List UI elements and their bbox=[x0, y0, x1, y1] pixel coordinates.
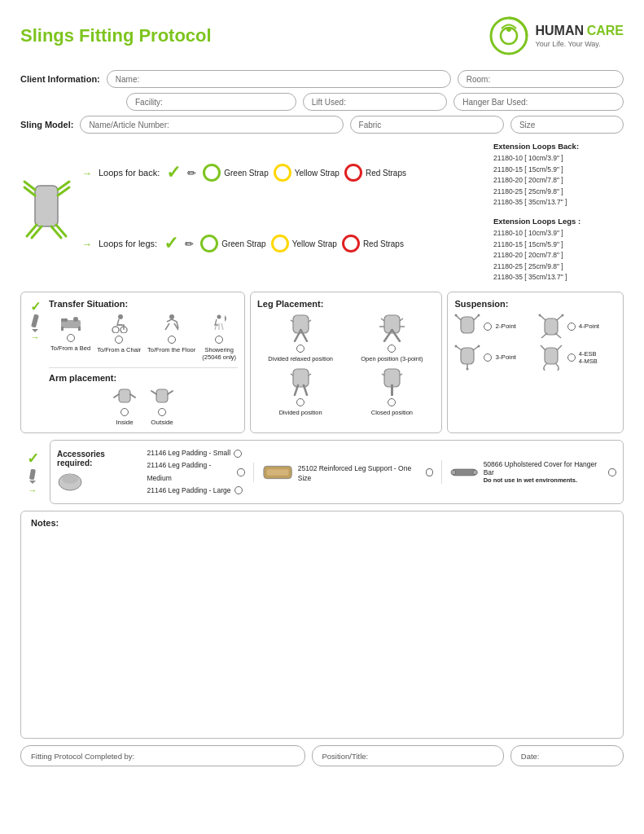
leg-support-icon bbox=[262, 463, 293, 482]
leg-arrow: → bbox=[81, 238, 92, 250]
svg-point-20 bbox=[112, 327, 119, 333]
loop-rows: → Loops for back: ✓ ✏ Green Strap Yellow… bbox=[81, 142, 485, 283]
logo-text: HUMAN CARE Your Life. Your Way. bbox=[535, 23, 624, 49]
svg-point-62 bbox=[62, 474, 78, 484]
leg-placement-section: Leg Placement: Divided relaxed position bbox=[250, 292, 442, 433]
svg-line-57 bbox=[541, 345, 545, 350]
ext-leg-item-5: 21180-35 [ 35cm/13.7" ] bbox=[493, 272, 624, 283]
completed-by-field[interactable]: Fitting Protocol Completed by: bbox=[20, 745, 305, 766]
arrow-right-transfer: → bbox=[31, 332, 40, 342]
situation-grid: To/From a Bed To/From a Chair bbox=[49, 314, 238, 361]
suspension-section: Suspension: 2-Point bbox=[447, 292, 624, 433]
lift-field[interactable]: Lift Used: bbox=[303, 93, 448, 111]
leg-divided-icon bbox=[287, 367, 315, 396]
svg-point-47 bbox=[538, 314, 541, 316]
sling-model-label: Sling Model: bbox=[20, 120, 73, 129]
radio-bed[interactable] bbox=[67, 334, 75, 342]
radio-acc-cover[interactable] bbox=[608, 468, 616, 476]
svg-rect-42 bbox=[545, 318, 558, 335]
radio-acc-large[interactable] bbox=[234, 486, 243, 494]
acc-group2-text: 25102 Reinforced Leg Support - One Size bbox=[298, 463, 421, 482]
radio-open-3pt[interactable] bbox=[388, 345, 396, 353]
extension-legs: Extension Loops Legs : 21180-10 [ 10cm/3… bbox=[493, 217, 624, 283]
ext-leg-item-1: 21180-10 [ 10cm/3.9" ] bbox=[493, 228, 624, 239]
notes-section: Notes: bbox=[20, 511, 624, 739]
page-header: Slings Fitting Protocol HUMAN CARE Your … bbox=[20, 16, 624, 55]
date-field[interactable]: Date: bbox=[510, 745, 624, 766]
suspension-grid: 2-Point 4-Point bbox=[454, 314, 616, 371]
radio-acc-legsupport[interactable] bbox=[426, 468, 434, 476]
notes-textarea[interactable] bbox=[31, 531, 613, 726]
radio-acc-small[interactable] bbox=[234, 450, 242, 458]
extension-back-title: Extension Loops Back: bbox=[493, 142, 624, 151]
radio-inside[interactable] bbox=[120, 408, 129, 416]
radio-2pt[interactable] bbox=[484, 323, 492, 331]
sling-fabric-field[interactable]: Fabric bbox=[350, 116, 504, 134]
pen-icon-back: ✏ bbox=[187, 167, 196, 179]
svg-rect-16 bbox=[61, 327, 64, 331]
svg-point-54 bbox=[478, 345, 480, 347]
position-field[interactable]: Position/Title: bbox=[312, 745, 504, 766]
radio-divided[interactable] bbox=[296, 398, 304, 406]
transfer-title: Transfer Situation: bbox=[49, 299, 238, 309]
radio-shower[interactable] bbox=[215, 336, 223, 344]
sling-size-field[interactable]: Size bbox=[510, 116, 624, 134]
radio-acc-medium[interactable] bbox=[237, 468, 245, 476]
acc-item-large: 21146 Leg Padding - Large bbox=[147, 485, 245, 497]
sling-model-row: Sling Model: Name/Article Number: Fabric… bbox=[20, 116, 624, 134]
radio-chair[interactable] bbox=[115, 336, 123, 344]
svg-point-18 bbox=[73, 317, 78, 322]
svg-point-67 bbox=[473, 470, 478, 475]
ext-back-item-5: 21180-35 [ 35cm/13.7" ] bbox=[493, 197, 624, 208]
svg-point-23 bbox=[217, 314, 221, 318]
susp-3-point: 3-Point bbox=[454, 345, 532, 371]
loops-section: → Loops for back: ✓ ✏ Green Strap Yellow… bbox=[20, 142, 624, 283]
sling-name-field[interactable]: Name/Article Number: bbox=[80, 116, 343, 134]
svg-rect-17 bbox=[78, 327, 81, 331]
radio-3pt[interactable] bbox=[484, 353, 492, 362]
radio-4esb[interactable] bbox=[567, 353, 576, 362]
back-red-strap: Red Straps bbox=[344, 164, 406, 182]
client-info-row2: Facility: Lift Used: Hanger Bar Used: bbox=[20, 93, 624, 111]
sling-illustration bbox=[20, 142, 73, 283]
name-field[interactable]: Name: bbox=[107, 70, 451, 88]
red-circle bbox=[344, 164, 362, 182]
svg-point-2 bbox=[506, 27, 511, 32]
arm-outside-icon bbox=[150, 386, 174, 406]
leg-padding-icon bbox=[57, 471, 83, 494]
ext-back-item-2: 21180-15 [ 15cm/5.9" ] bbox=[493, 165, 624, 176]
ext-back-item-3: 21180-20 [ 20cm/7.8" ] bbox=[493, 175, 624, 187]
radio-closed[interactable] bbox=[388, 398, 396, 406]
back-arrow: → bbox=[81, 167, 92, 179]
transfer-pen-icon bbox=[28, 314, 42, 332]
3pt-icon bbox=[454, 345, 480, 371]
acc-item-small: 21146 Leg Padding - Small bbox=[147, 447, 245, 459]
svg-point-40 bbox=[455, 314, 458, 316]
leg-green-circle bbox=[200, 235, 218, 252]
acc-pen-icon bbox=[27, 469, 38, 484]
leg-closed-icon bbox=[378, 367, 406, 396]
radio-outside[interactable] bbox=[158, 408, 166, 416]
leg-yellow-strap: Yellow Strap bbox=[271, 235, 337, 252]
svg-line-46 bbox=[555, 333, 561, 338]
svg-rect-12 bbox=[31, 314, 39, 328]
hanger-cover-icon bbox=[450, 466, 478, 479]
leg-loop-label: Loops for legs: bbox=[99, 239, 157, 248]
radio-floor[interactable] bbox=[168, 336, 176, 344]
situation-bed: To/From a Bed bbox=[50, 314, 90, 361]
transfer-checkmark: ✓ bbox=[30, 299, 41, 314]
leg-divided-relaxed: Divided relaxed position bbox=[257, 314, 344, 362]
radio-divided-relaxed[interactable] bbox=[296, 345, 304, 353]
4pt-icon bbox=[538, 314, 564, 340]
facility-field[interactable]: Facility: bbox=[126, 93, 296, 111]
radio-4pt[interactable] bbox=[567, 323, 576, 331]
svg-point-53 bbox=[455, 345, 458, 347]
acc-item-medium: 21146 Leg Padding - Medium bbox=[147, 459, 245, 485]
room-field[interactable]: Room: bbox=[458, 70, 624, 88]
leg-red-circle bbox=[342, 235, 360, 252]
hanger-field[interactable]: Hanger Bar Used: bbox=[453, 93, 624, 111]
extension-legs-list: 21180-10 [ 10cm/3.9" ] 21180-15 [ 15cm/5… bbox=[493, 228, 624, 283]
leg-divided-relaxed-icon bbox=[287, 314, 315, 342]
acc-group2: 25102 Reinforced Leg Support - One Size bbox=[253, 463, 434, 482]
leg-loops-row: → Loops for legs: ✓ ✏ Green Strap Yellow… bbox=[81, 233, 485, 254]
